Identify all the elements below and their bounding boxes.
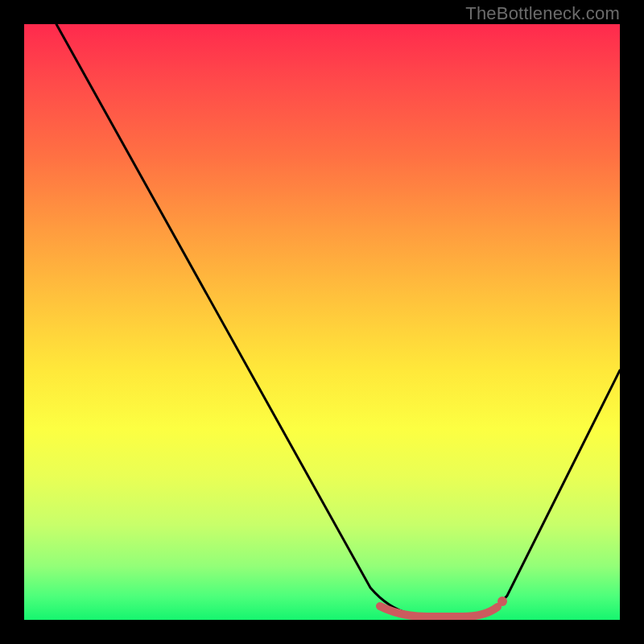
watermark-text: TheBottleneck.com [465, 3, 620, 24]
bottleneck-curve [24, 24, 620, 620]
curve-path [56, 24, 620, 616]
chart-frame: TheBottleneck.com [0, 0, 644, 644]
trough-end-dot [497, 597, 507, 606]
trough-highlight [380, 606, 497, 617]
chart-plot-area [24, 24, 620, 620]
